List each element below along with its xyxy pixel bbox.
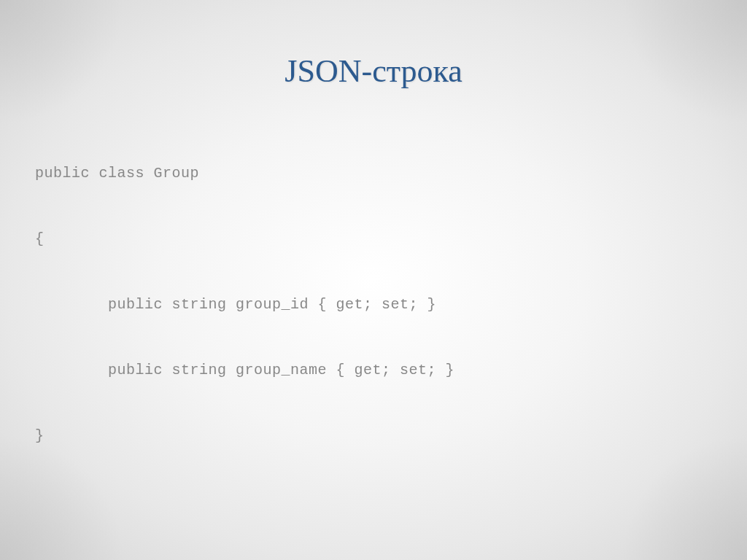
code-line: public string group_id { get; set; } [35, 294, 712, 316]
code-line: public class RootObject [35, 556, 712, 560]
code-line: public string group_name { get; set; } [35, 359, 712, 381]
code-line: { [35, 228, 712, 250]
code-block: public class Group { public string group… [0, 119, 747, 560]
code-line: public class Group [35, 163, 712, 184]
slide-title: JSON-строка [0, 0, 747, 119]
code-line-empty [35, 491, 712, 513]
code-line: } [35, 425, 712, 447]
slide-container: JSON-строка public class Group { public … [0, 0, 747, 560]
